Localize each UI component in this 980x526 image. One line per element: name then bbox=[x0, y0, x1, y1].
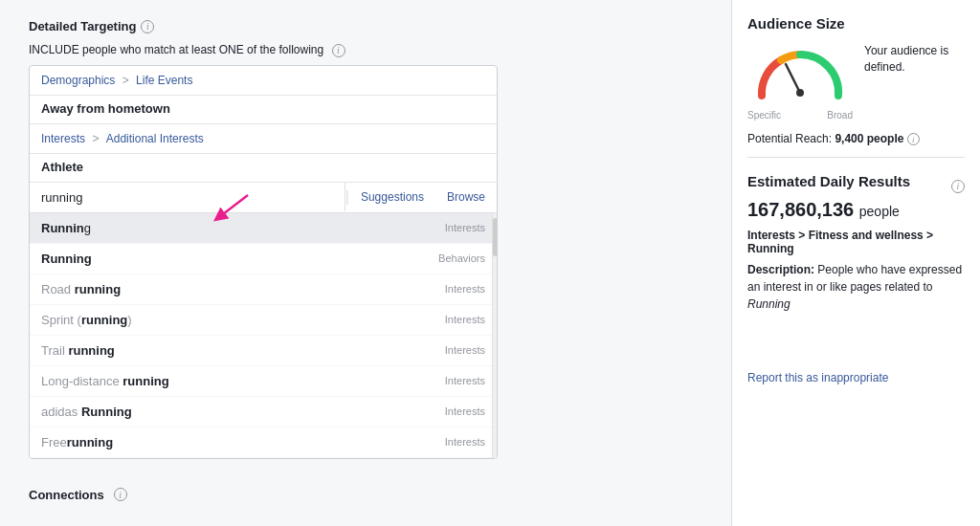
description-label: Description: bbox=[747, 263, 814, 276]
dropdown-item-road-running[interactable]: Road running Interests bbox=[30, 274, 497, 305]
people-count: 167,860,136 bbox=[747, 199, 854, 220]
athlete-item: Athlete bbox=[30, 154, 497, 183]
include-header: INCLUDE people who match at least ONE of… bbox=[29, 43, 498, 57]
potential-reach-info-icon[interactable]: i bbox=[907, 133, 920, 145]
detailed-targeting-header: Detailed Targeting i bbox=[29, 19, 712, 33]
item-name-road-running: Road running bbox=[41, 282, 121, 296]
specific-label: Specific bbox=[747, 110, 781, 121]
big-number: 167,860,136 people bbox=[747, 199, 965, 221]
item-type-longdistance-running: Interests bbox=[445, 375, 485, 386]
detailed-targeting-info-icon[interactable]: i bbox=[141, 20, 154, 33]
potential-reach-value: 9,400 people bbox=[835, 132, 903, 145]
item-type-road-running: Interests bbox=[445, 283, 485, 295]
dropdown-item-longdistance-running[interactable]: Long-distance running Interests bbox=[30, 366, 497, 397]
left-panel: Detailed Targeting i INCLUDE people who … bbox=[0, 0, 731, 526]
dropdown-list: Running Interests Running Behaviors bbox=[30, 213, 497, 458]
connections-label: Connections bbox=[29, 488, 104, 502]
additional-interests-link[interactable]: Additional Interests bbox=[106, 132, 204, 145]
item-type-freerunning: Interests bbox=[445, 436, 485, 448]
item-type-running-interests: Interests bbox=[445, 222, 485, 233]
gauge-labels: Specific Broad bbox=[747, 110, 853, 121]
report-inappropriate-link[interactable]: Report this as inappropriate bbox=[747, 371, 888, 384]
search-input[interactable] bbox=[30, 183, 345, 212]
dropdown-item-trail-running[interactable]: Trail running Interests bbox=[30, 336, 497, 366]
dropdown-item-adidas-running[interactable]: adidas Running Interests bbox=[30, 397, 497, 427]
browse-tab[interactable]: Browse bbox=[435, 183, 497, 211]
targeting-content: INCLUDE people who match at least ONE of… bbox=[29, 43, 712, 459]
dropdown-item-running-behaviors[interactable]: Running Behaviors bbox=[30, 244, 497, 274]
item-name-trail-running: Trail running bbox=[41, 343, 115, 358]
main-container: Detailed Targeting i INCLUDE people who … bbox=[0, 0, 980, 526]
breadcrumb-sep-1: > bbox=[122, 74, 132, 87]
gauge-svg bbox=[747, 43, 853, 105]
item-type-adidas-running: Interests bbox=[445, 405, 485, 417]
potential-reach-label: Potential Reach: bbox=[747, 132, 832, 145]
gauge-container: Specific Broad Your audience is defined. bbox=[747, 43, 965, 121]
demographics-link[interactable]: Demographics bbox=[41, 74, 115, 87]
right-panel: Audience Size Specific bbox=[731, 0, 980, 526]
item-type-trail-running: Interests bbox=[445, 344, 485, 356]
audience-defined-text: Your audience is defined. bbox=[864, 43, 965, 76]
item-type-running-behaviors: Behaviors bbox=[438, 252, 485, 264]
report-link-container: Report this as inappropriate bbox=[747, 370, 965, 384]
estimated-header-row: Estimated Daily Results i bbox=[747, 173, 965, 199]
connections-info-icon[interactable]: i bbox=[114, 488, 127, 501]
dropdown-item-sprint-running[interactable]: Sprint (running) Interests bbox=[30, 305, 497, 336]
item-name-adidas-running: adidas Running bbox=[41, 405, 132, 419]
item-name-running-interests: Running bbox=[41, 221, 91, 235]
item-type-sprint-running: Interests bbox=[445, 314, 485, 325]
suggestions-tab[interactable]: Suggestions bbox=[349, 183, 435, 211]
item-name-sprint-running: Sprint (running) bbox=[41, 313, 132, 327]
dropdown-item-running-interests[interactable]: Running Interests bbox=[30, 213, 497, 244]
description-block: Description: People who have expressed a… bbox=[747, 261, 965, 313]
estimated-daily-title: Estimated Daily Results bbox=[747, 173, 910, 189]
item-name-running-behaviors: Running bbox=[41, 252, 92, 266]
description-italic: Running bbox=[747, 297, 791, 311]
svg-line-1 bbox=[786, 64, 800, 93]
breadcrumb-sep-2: > bbox=[92, 132, 101, 145]
interests-link[interactable]: Interests bbox=[41, 132, 85, 145]
include-info-icon[interactable]: i bbox=[332, 44, 345, 57]
breadcrumb-row-2: Interests > Additional Interests bbox=[30, 124, 497, 154]
search-tabs: | Suggestions Browse bbox=[345, 183, 497, 211]
dropdown-item-freerunning[interactable]: Freerunning Interests bbox=[30, 427, 497, 458]
potential-reach: Potential Reach: 9,400 people i bbox=[747, 132, 965, 158]
svg-point-2 bbox=[796, 89, 804, 97]
detailed-targeting-label: Detailed Targeting bbox=[29, 19, 136, 33]
item-name-freerunning: Freerunning bbox=[41, 435, 113, 449]
scrollbar[interactable] bbox=[492, 213, 497, 458]
people-label: people bbox=[859, 204, 900, 219]
life-events-link[interactable]: Life Events bbox=[136, 74, 192, 87]
estimated-daily-info-icon[interactable]: i bbox=[951, 180, 965, 193]
targeting-box: INCLUDE people who match at least ONE of… bbox=[29, 43, 498, 459]
search-row: | Suggestions Browse bbox=[30, 183, 497, 213]
broad-label: Broad bbox=[827, 110, 853, 121]
away-from-hometown-item: Away from hometown bbox=[30, 96, 497, 124]
connections-section: Connections i bbox=[29, 488, 712, 502]
breadcrumb-row-1: Demographics > Life Events bbox=[30, 66, 497, 96]
interest-path: Interests > Fitness and wellness > Runni… bbox=[747, 229, 965, 255]
targeting-main-box: Demographics > Life Events Away from hom… bbox=[29, 65, 498, 459]
item-name-longdistance-running: Long-distance running bbox=[41, 374, 169, 388]
audience-size-title: Audience Size bbox=[747, 15, 965, 32]
gauge-wrapper: Specific Broad bbox=[747, 43, 853, 121]
